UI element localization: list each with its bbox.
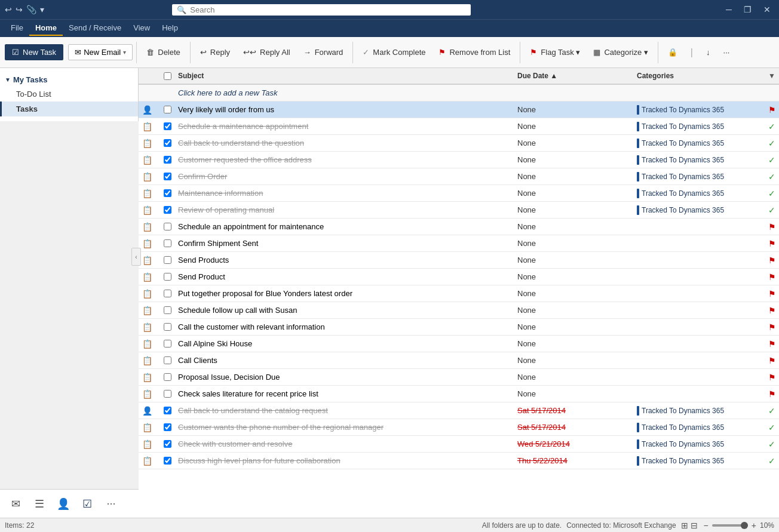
task-checkbox[interactable]	[164, 223, 171, 230]
zoom-out-btn[interactable]: −	[703, 521, 710, 530]
sidebar-item-tasks[interactable]: Tasks	[0, 102, 138, 116]
task-checkbox[interactable]	[164, 122, 171, 130]
categorize-button[interactable]: ▦ Categorize ▾	[587, 44, 654, 60]
header-categories-col[interactable]: Categories	[633, 70, 765, 81]
task-checkbox[interactable]	[164, 139, 171, 147]
task-checkbox[interactable]	[164, 457, 171, 465]
task-row[interactable]: 📋Customer wants the phone number of the …	[139, 419, 779, 436]
list-view-icon[interactable]: ⊞	[681, 521, 688, 530]
task-row[interactable]: 📋Call back to understand the questionNon…	[139, 135, 779, 152]
sidebar-collapse-button[interactable]: ‹	[131, 248, 141, 266]
task-row[interactable]: 📋Schedule a maintenance appointmentNoneT…	[139, 118, 779, 135]
sidebar-item-todo[interactable]: To-Do List	[0, 87, 138, 102]
task-checkbox[interactable]	[164, 423, 171, 431]
menu-item-home[interactable]: Home	[29, 21, 63, 36]
task-row[interactable]: 📋Customer requested the office addressNo…	[139, 152, 779, 168]
task-checkbox[interactable]	[164, 356, 171, 364]
task-row[interactable]: 📋Confirm OrderNoneTracked To Dynamics 36…	[139, 168, 779, 185]
task-checkbox[interactable]	[164, 373, 171, 381]
task-checkbox[interactable]	[164, 189, 171, 197]
redo-icon[interactable]: ↪	[16, 5, 23, 14]
task-row[interactable]: 📋Review of operating manualNoneTracked T…	[139, 202, 779, 219]
people-nav-icon[interactable]: 👤	[53, 493, 74, 515]
more-button[interactable]: ···	[717, 44, 736, 60]
task-row[interactable]: 📋Confirm Shipment SentNone⚑	[139, 235, 779, 252]
task-flag-cell[interactable]: ⚑	[765, 354, 779, 367]
flag-task-button[interactable]: ⚑ Flag Task ▾	[524, 44, 586, 60]
header-filter-col[interactable]: ▼	[765, 70, 779, 81]
task-checkbox[interactable]	[164, 340, 171, 348]
task-flag-cell[interactable]: ⚑	[765, 237, 779, 250]
more-nav-icon[interactable]: ···	[100, 493, 122, 515]
menu-item-view[interactable]: View	[127, 21, 156, 36]
task-flag-cell[interactable]: ✓	[765, 454, 779, 468]
my-tasks-group[interactable]: ▼ My Tasks	[0, 73, 138, 87]
reply-button[interactable]: ↩ Reply	[194, 44, 236, 60]
close-icon[interactable]: ✕	[760, 4, 774, 16]
task-checkbox[interactable]	[164, 306, 171, 314]
task-row[interactable]: 📋Check with customer and resolveWed 5/21…	[139, 436, 779, 453]
header-subject-col[interactable]: Subject	[174, 70, 514, 81]
remove-from-list-button[interactable]: ⚑ Remove from List	[433, 44, 516, 60]
reply-all-button[interactable]: ↩↩ Reply All	[237, 44, 296, 60]
task-flag-cell[interactable]: ✓	[765, 153, 779, 167]
filter-icon[interactable]: ▼	[768, 72, 775, 80]
task-checkbox[interactable]	[164, 390, 171, 398]
task-flag-cell[interactable]: ⚑	[765, 220, 779, 233]
task-row[interactable]: 👤Call back to understand the catalog req…	[139, 402, 779, 419]
header-due-col[interactable]: Due Date ▲	[514, 70, 633, 81]
task-checkbox[interactable]	[164, 290, 171, 297]
task-row[interactable]: 📋Call ClientsNone⚑	[139, 352, 779, 369]
task-flag-cell[interactable]: ✓	[765, 170, 779, 183]
search-input[interactable]	[190, 5, 466, 14]
menu-item-file[interactable]: File	[5, 21, 29, 36]
task-flag-cell[interactable]: ⚑	[765, 287, 779, 300]
zoom-in-btn[interactable]: +	[750, 521, 757, 530]
task-row[interactable]: 📋Call the customer with relevant informa…	[139, 319, 779, 336]
menu-item-help[interactable]: Help	[156, 21, 184, 36]
task-checkbox[interactable]	[164, 106, 171, 113]
zoom-slider[interactable]	[712, 524, 748, 527]
task-checkbox[interactable]	[164, 206, 171, 214]
minimize-icon[interactable]: ─	[722, 4, 735, 16]
task-row[interactable]: 📋Put together proposal for Blue Yonders …	[139, 285, 779, 302]
undo-icon[interactable]: ↩	[5, 5, 12, 14]
restore-icon[interactable]: ❐	[740, 4, 755, 16]
task-checkbox[interactable]	[164, 323, 171, 331]
task-row[interactable]: 📋Send ProductNone⚑	[139, 269, 779, 285]
add-new-label-cell[interactable]: Click here to add a new Task	[174, 87, 779, 99]
task-checkbox[interactable]	[164, 173, 171, 180]
task-checkbox[interactable]	[164, 273, 171, 281]
task-flag-cell[interactable]: ⚑	[765, 270, 779, 284]
task-flag-cell[interactable]: ✓	[765, 404, 779, 417]
task-checkbox[interactable]	[164, 407, 171, 414]
new-email-button[interactable]: ✉ New Email ▾	[68, 44, 133, 60]
menu-item-send-receive[interactable]: Send / Receive	[63, 21, 127, 36]
lock-button[interactable]: 🔒	[662, 44, 683, 60]
task-flag-cell[interactable]: ⚑	[765, 103, 779, 116]
task-row[interactable]: 📋Schedule follow up call with SusanNone⚑	[139, 302, 779, 319]
attach-icon[interactable]: 📎	[26, 5, 36, 14]
task-flag-cell[interactable]: ⚑	[765, 304, 779, 317]
task-flag-cell[interactable]: ⚑	[765, 371, 779, 384]
task-row[interactable]: 👤Very likely will order from usNoneTrack…	[139, 102, 779, 118]
task-flag-cell[interactable]: ✓	[765, 438, 779, 451]
task-flag-cell[interactable]: ✓	[765, 120, 779, 133]
task-row[interactable]: 📋Discuss high level plans for future col…	[139, 453, 779, 469]
grid-view-icon[interactable]: ⊟	[691, 521, 698, 530]
task-flag-cell[interactable]: ⚑	[765, 337, 779, 350]
mail-nav-icon[interactable]: ✉	[5, 493, 26, 515]
task-row[interactable]: 📋Send ProductsNone⚑	[139, 252, 779, 269]
dropdown-icon[interactable]: ▾	[40, 5, 44, 14]
task-flag-cell[interactable]: ⚑	[765, 254, 779, 267]
task-row[interactable]: 📋Proposal Issue, Decision DueNone⚑	[139, 369, 779, 386]
task-checkbox[interactable]	[164, 239, 171, 247]
task-flag-cell[interactable]: ✓	[765, 137, 779, 150]
delete-button[interactable]: 🗑 Delete	[140, 44, 186, 60]
task-checkbox[interactable]	[164, 256, 171, 264]
task-flag-cell[interactable]: ✓	[765, 421, 779, 434]
move-up-button[interactable]: ↓	[700, 44, 716, 60]
forward-button[interactable]: → Forward	[298, 44, 349, 60]
mark-complete-button[interactable]: ✓ Mark Complete	[357, 44, 431, 60]
tasks-nav-icon[interactable]: ☑	[76, 493, 98, 515]
